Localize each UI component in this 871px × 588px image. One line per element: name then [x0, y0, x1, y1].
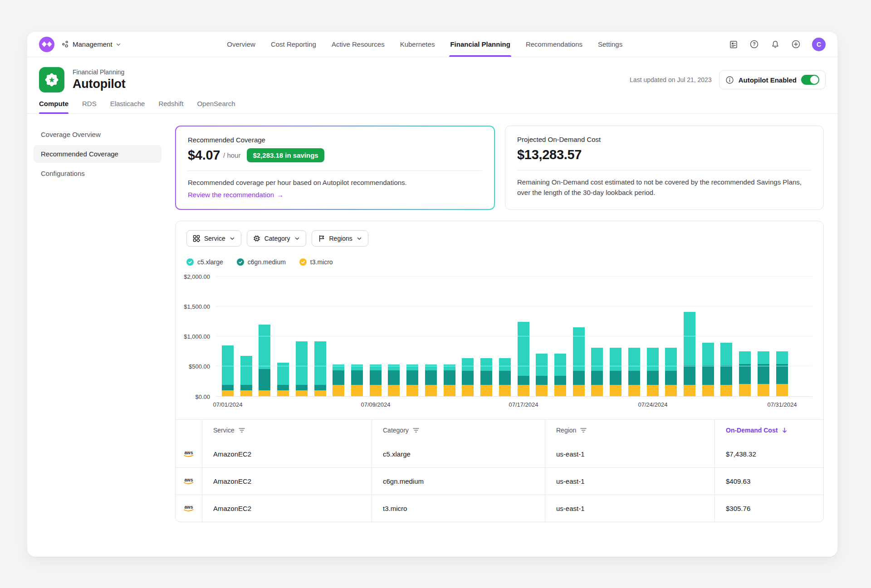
nav-item-recommendations[interactable]: Recommendations [526, 32, 582, 57]
bar-07-03-2024[interactable] [259, 325, 270, 396]
nav-item-financial-planning[interactable]: Financial Planning [450, 32, 510, 57]
help-icon[interactable]: ? [749, 39, 759, 49]
legend-item-c6gn-medium[interactable]: c6gn.medium [237, 258, 286, 266]
table-row: awsAmazonEC2c6gn.mediumus-east-1$409.63 [176, 467, 823, 495]
chip-icon [253, 235, 260, 242]
bar-07-09-2024[interactable] [370, 364, 382, 396]
table-header-on-demand-cost[interactable]: On-Demand Cost [714, 420, 823, 441]
table-header-region[interactable]: Region [545, 420, 714, 441]
tab-elasticache[interactable]: Elasticache [110, 100, 145, 113]
bar-07-08-2024[interactable] [351, 364, 363, 396]
bar-segment-t3-micro [720, 385, 732, 397]
nav-item-settings[interactable]: Settings [598, 32, 622, 57]
info-icon[interactable] [725, 76, 734, 84]
bar-07-30-2024[interactable] [758, 351, 769, 396]
page-header: ★ Financial Planning Autopilot Last upda… [27, 57, 837, 92]
nav-item-kubernetes[interactable]: Kubernetes [400, 32, 435, 57]
bar-segment-t3-micro [610, 385, 621, 397]
bar-07-29-2024[interactable] [739, 351, 751, 396]
autopilot-toggle[interactable] [801, 75, 819, 85]
bar-07-25-2024[interactable] [665, 348, 677, 396]
bar-07-12-2024[interactable] [425, 364, 437, 396]
bar-07-07-2024[interactable] [333, 364, 344, 396]
bar-07-24-2024[interactable] [647, 348, 659, 396]
table-header-service[interactable]: Service [202, 420, 372, 441]
bar-07-31-2024[interactable] [776, 351, 788, 396]
review-recommendation-link[interactable]: Review the recommendation→ [188, 191, 284, 199]
cell-cost: $305.76 [714, 495, 823, 522]
primary-nav: OverviewCost ReportingActive ResourcesKu… [227, 32, 622, 57]
filter-button-service[interactable]: Service [186, 230, 241, 247]
bar-segment-c5-xlarge [536, 354, 548, 375]
bar-07-26-2024[interactable] [684, 312, 695, 397]
bar-07-23-2024[interactable] [628, 348, 640, 396]
coverage-unit: / hour [223, 151, 240, 159]
bar-07-27-2024[interactable] [702, 343, 714, 397]
nav-item-cost-reporting[interactable]: Cost Reporting [271, 32, 316, 57]
bar-07-04-2024[interactable] [277, 363, 289, 397]
vantage-logo-icon[interactable] [39, 37, 54, 52]
user-avatar[interactable]: C [812, 38, 826, 51]
sidebar: Coverage OverviewRecommended CoverageCon… [34, 126, 161, 522]
column-label: Region [556, 427, 576, 434]
bar-07-02-2024[interactable] [240, 356, 252, 396]
sidebar-item-coverage-overview[interactable]: Coverage Overview [34, 126, 161, 143]
bar-07-06-2024[interactable] [314, 341, 326, 396]
bar-segment-c6gn-medium [480, 371, 492, 385]
cell-category: t3.micro [372, 495, 545, 522]
bar-07-19-2024[interactable] [554, 354, 566, 396]
filter-button-regions[interactable]: Regions [312, 230, 368, 247]
legend-label: t3.micro [310, 258, 333, 266]
bar-segment-c6gn-medium [240, 385, 252, 390]
bar-segment-c5-xlarge [647, 348, 659, 370]
card-title: Recommended Coverage [188, 136, 482, 144]
tab-compute[interactable]: Compute [39, 100, 69, 113]
last-updated-text: Last updated on Jul 21, 2023 [630, 76, 712, 83]
bar-07-21-2024[interactable] [591, 348, 603, 396]
bar-segment-c6gn-medium [702, 365, 714, 384]
bar-segment-c5-xlarge [480, 358, 492, 371]
bar-segment-c5-xlarge [591, 348, 603, 370]
sidebar-item-configurations[interactable]: Configurations [34, 165, 161, 182]
bar-07-18-2024[interactable] [536, 354, 548, 396]
bar-07-01-2024[interactable] [222, 345, 234, 397]
nav-item-overview[interactable]: Overview [227, 32, 255, 57]
x-axis-tick-label: 07/09/2024 [361, 401, 390, 408]
bar-07-16-2024[interactable] [499, 358, 511, 397]
table-row: awsAmazonEC2c5.xlargeus-east-1$7,438.32 [176, 441, 823, 467]
plus-circle-icon[interactable] [791, 39, 801, 49]
nav-item-active-resources[interactable]: Active Resources [332, 32, 385, 57]
tab-rds[interactable]: RDS [82, 100, 97, 113]
tab-redshift[interactable]: Redshift [158, 100, 183, 113]
bar-segment-c6gn-medium [406, 370, 418, 385]
bar-segment-c5-xlarge [222, 345, 234, 385]
bar-07-28-2024[interactable] [720, 343, 732, 397]
bell-icon[interactable] [770, 39, 780, 49]
autopilot-app-icon: ★ [39, 67, 64, 92]
document-icon[interactable] [729, 39, 739, 49]
bar-07-11-2024[interactable] [406, 364, 418, 396]
column-label: Category [383, 427, 409, 434]
filter-icon[interactable] [580, 428, 587, 433]
bar-07-05-2024[interactable] [296, 341, 308, 396]
bar-07-17-2024[interactable] [518, 322, 529, 396]
legend-item-c5-xlarge[interactable]: c5.xlarge [186, 258, 223, 266]
bar-07-14-2024[interactable] [462, 358, 474, 397]
bar-segment-c5-xlarge [702, 343, 714, 365]
bar-07-22-2024[interactable] [610, 348, 621, 396]
sidebar-item-recommended-coverage[interactable]: Recommended Coverage [34, 145, 161, 163]
tab-opensearch[interactable]: OpenSearch [197, 100, 235, 113]
filter-button-category[interactable]: Category [247, 230, 306, 247]
table-header-category[interactable]: Category [372, 420, 545, 441]
bar-07-13-2024[interactable] [444, 364, 455, 396]
bar-07-20-2024[interactable] [573, 327, 585, 396]
filter-icon[interactable] [413, 428, 419, 433]
bar-segment-c6gn-medium [720, 365, 732, 384]
bar-07-15-2024[interactable] [480, 358, 492, 397]
sort-down-icon[interactable] [782, 427, 788, 433]
legend-item-t3-micro[interactable]: t3.micro [299, 258, 333, 266]
bar-segment-t3-micro [684, 385, 695, 397]
filter-icon[interactable] [239, 428, 245, 433]
org-switcher[interactable]: Management [62, 40, 121, 48]
bar-07-10-2024[interactable] [388, 364, 400, 396]
